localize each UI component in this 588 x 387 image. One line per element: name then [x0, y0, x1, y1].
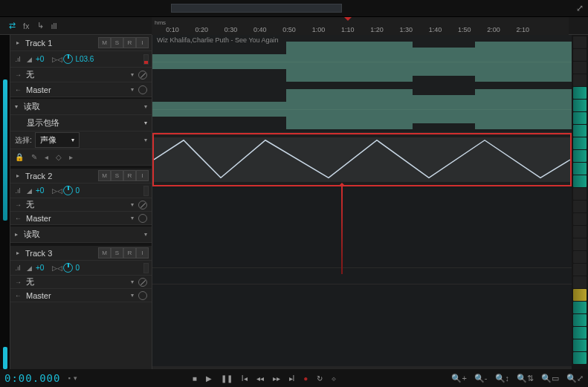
- timecode-display[interactable]: 0:00.000: [4, 372, 60, 384]
- mute-button[interactable]: M: [98, 37, 111, 48]
- pan-knob[interactable]: [63, 263, 73, 273]
- timecode-format-icon[interactable]: ▪: [68, 374, 70, 382]
- overview-navigator[interactable]: [171, 4, 342, 13]
- automation-mode-label[interactable]: 读取: [24, 101, 144, 112]
- chevron-down-icon[interactable]: ▾: [15, 103, 24, 110]
- input-monitor-button[interactable]: I: [136, 170, 149, 181]
- stop-button[interactable]: ■: [193, 374, 197, 383]
- output-bus-label[interactable]: Master: [26, 85, 126, 94]
- loop-button[interactable]: ↻: [317, 374, 323, 383]
- record-button[interactable]: ●: [303, 374, 308, 383]
- shuffle-icon[interactable]: ⇄: [9, 21, 16, 30]
- zoom-selection-icon[interactable]: 🔍▭: [541, 374, 559, 383]
- volume-value[interactable]: +0: [36, 186, 44, 195]
- track-header[interactable]: ▸ Track 1 M S R I: [10, 35, 152, 51]
- envelope-select[interactable]: 声像 ▾: [35, 132, 80, 148]
- track-lane[interactable]: [152, 186, 572, 268]
- solo-button[interactable]: S: [111, 247, 123, 258]
- expand-icon[interactable]: ▸: [13, 250, 22, 256]
- chevron-down-icon[interactable]: ▾: [131, 86, 134, 93]
- timeline[interactable]: Wiz Khalifa,Charlie Puth - See You Again: [152, 35, 572, 369]
- go-to-end-button[interactable]: ▸I: [289, 374, 295, 383]
- mute-button[interactable]: M: [98, 170, 111, 181]
- play-button[interactable]: ▶: [206, 374, 212, 383]
- fx-slot-label[interactable]: 无: [26, 199, 126, 210]
- bypass-icon[interactable]: [138, 201, 147, 209]
- mute-button[interactable]: M: [98, 247, 111, 258]
- audio-clip[interactable]: Wiz Khalifa,Charlie Puth - See You Again: [152, 35, 572, 133]
- pan-left-icon[interactable]: ▷◁: [52, 56, 61, 63]
- volume-icon[interactable]: ◢: [25, 187, 33, 195]
- solo-button[interactable]: S: [111, 37, 123, 48]
- output-bus-label[interactable]: Master: [26, 214, 126, 223]
- volume-icon[interactable]: ◢: [25, 56, 33, 63]
- pencil-icon[interactable]: ✎: [31, 153, 37, 161]
- pan-envelope-lane[interactable]: [152, 133, 572, 186]
- fx-icon[interactable]: fx: [23, 22, 30, 30]
- pan-left-icon[interactable]: ▷◁: [52, 187, 61, 195]
- playhead-marker-icon[interactable]: [344, 17, 352, 25]
- chevron-down-icon[interactable]: ▾: [131, 71, 134, 78]
- pause-button[interactable]: ❚❚: [221, 374, 233, 383]
- pan-knob[interactable]: [63, 54, 73, 64]
- add-keyframe-icon[interactable]: ◇: [56, 153, 62, 161]
- next-keyframe-icon[interactable]: ▸: [69, 153, 73, 161]
- track-lane[interactable]: [152, 268, 572, 284]
- pan-value[interactable]: 0: [75, 264, 80, 272]
- bypass-icon[interactable]: [138, 278, 147, 287]
- power-icon[interactable]: [138, 214, 147, 223]
- arm-record-button[interactable]: R: [123, 247, 136, 258]
- arm-record-button[interactable]: R: [123, 37, 136, 48]
- power-icon[interactable]: [138, 291, 147, 300]
- skip-button[interactable]: ⟐: [332, 374, 336, 383]
- automation-section[interactable]: ▾ 读取 ▾: [10, 99, 152, 115]
- pan-value[interactable]: 0: [75, 186, 80, 195]
- show-envelope-row[interactable]: 显示包络 ▾: [10, 115, 152, 131]
- chevron-down-icon[interactable]: ▾: [144, 103, 147, 110]
- meter-icon[interactable]: ıll: [51, 22, 57, 30]
- automation-section[interactable]: ▸ 读取 ▾: [10, 227, 152, 243]
- chevron-down-icon[interactable]: ▾: [131, 279, 134, 285]
- prev-keyframe-icon[interactable]: ◂: [45, 153, 48, 161]
- automation-mode-label[interactable]: 读取: [24, 229, 144, 240]
- go-to-start-button[interactable]: I◂: [242, 374, 248, 383]
- chevron-down-icon[interactable]: ▾: [144, 137, 147, 143]
- pan-knob[interactable]: [63, 186, 73, 195]
- zoom-in-v-icon[interactable]: 🔍↕: [495, 374, 510, 383]
- chevron-down-icon[interactable]: ▾: [144, 120, 147, 126]
- fx-slot-label[interactable]: 无: [26, 69, 126, 80]
- track-lane[interactable]: [152, 284, 572, 369]
- chevron-down-icon[interactable]: ▾: [144, 231, 147, 238]
- chevron-down-icon[interactable]: ▾: [131, 292, 134, 299]
- track-header[interactable]: ▸ Track 3 M S R I: [10, 246, 152, 261]
- chevron-down-icon[interactable]: ▾: [131, 201, 134, 208]
- track-header[interactable]: ▸ Track 2 M S R I: [10, 169, 152, 183]
- solo-button[interactable]: S: [111, 170, 123, 181]
- envelope-tool-icon[interactable]: ↳: [37, 21, 44, 30]
- zoom-out-icon[interactable]: 🔍-: [474, 374, 488, 383]
- rewind-button[interactable]: ◂◂: [256, 374, 264, 383]
- bypass-icon[interactable]: [138, 71, 147, 79]
- zoom-in-icon[interactable]: 🔍+: [451, 374, 466, 383]
- forward-button[interactable]: ▸▸: [273, 374, 280, 383]
- fx-slot-label[interactable]: 无: [26, 276, 126, 287]
- expand-icon[interactable]: ▸: [13, 172, 22, 179]
- expand-icon[interactable]: ▸: [13, 39, 22, 46]
- timecode-menu-icon[interactable]: ▾: [74, 374, 77, 382]
- chevron-down-icon[interactable]: ▾: [131, 215, 134, 221]
- arm-record-button[interactable]: R: [123, 170, 136, 181]
- input-monitor-button[interactable]: I: [136, 247, 149, 258]
- zoom-all-icon[interactable]: 🔍⤢: [566, 374, 584, 383]
- timeline-ruler[interactable]: hms 0:10 0:20 0:30 0:40 0:50 1:00 1:10 1…: [152, 17, 569, 35]
- volume-icon[interactable]: ◢: [25, 264, 33, 272]
- pan-value[interactable]: L03.6: [75, 55, 94, 63]
- chevron-right-icon[interactable]: ▸: [15, 231, 24, 238]
- volume-value[interactable]: +0: [36, 264, 44, 272]
- volume-value[interactable]: +0: [36, 55, 44, 63]
- zoom-full-icon[interactable]: ⤢: [576, 3, 584, 13]
- lock-icon[interactable]: 🔒: [15, 153, 24, 161]
- output-bus-label[interactable]: Master: [26, 291, 126, 300]
- pan-left-icon[interactable]: ▷◁: [52, 264, 61, 272]
- input-monitor-button[interactable]: I: [136, 37, 149, 48]
- power-icon[interactable]: [138, 85, 147, 94]
